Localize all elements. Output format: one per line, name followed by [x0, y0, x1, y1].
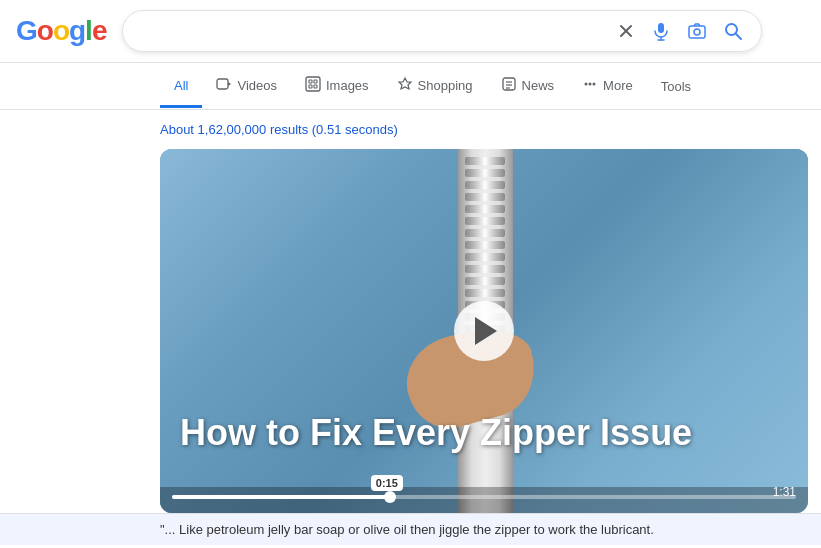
header: Google how to fix a zipper	[0, 0, 821, 63]
nav-label-news: News	[522, 78, 555, 93]
nav-item-more[interactable]: More	[568, 64, 647, 110]
results-suffix: results (0.51 seconds)	[266, 122, 398, 137]
results-number: 1,62,00,000	[198, 122, 267, 137]
search-icon	[723, 21, 743, 41]
nav-label-images: Images	[326, 78, 369, 93]
svg-rect-9	[217, 79, 228, 89]
svg-rect-14	[309, 85, 312, 88]
svg-marker-16	[399, 78, 411, 89]
mic-icon	[651, 21, 671, 41]
progress-dot	[384, 491, 396, 503]
svg-rect-5	[689, 26, 705, 38]
google-logo[interactable]: Google	[16, 15, 106, 47]
news-icon	[501, 76, 517, 95]
caption-text: "... Like petroleum jelly bar soap or ol…	[160, 522, 654, 537]
video-current-time: 0:15	[371, 475, 403, 491]
nav-label-more: More	[603, 78, 633, 93]
svg-rect-2	[658, 23, 664, 33]
close-icon	[617, 22, 635, 40]
play-icon	[475, 317, 497, 345]
svg-point-22	[589, 83, 592, 86]
svg-marker-10	[228, 82, 231, 86]
video-container[interactable]: How to Fix Every Zipper Issue 0:15 1:31	[160, 149, 808, 513]
results-prefix: About	[160, 122, 198, 137]
nav-label-videos: Videos	[237, 78, 277, 93]
svg-rect-12	[309, 80, 312, 83]
svg-line-8	[736, 34, 741, 39]
search-button[interactable]	[721, 19, 745, 43]
svg-rect-11	[306, 77, 320, 91]
more-dots-icon	[582, 76, 598, 95]
nav-item-news[interactable]: News	[487, 64, 569, 110]
nav-item-videos[interactable]: Videos	[202, 64, 291, 110]
image-search-button[interactable]	[685, 19, 709, 43]
svg-point-21	[585, 83, 588, 86]
progress-bar[interactable]	[172, 495, 796, 499]
search-bar: how to fix a zipper	[122, 10, 762, 52]
video-icon	[216, 76, 232, 95]
nav-label-shopping: Shopping	[418, 78, 473, 93]
svg-point-23	[593, 83, 596, 86]
nav-label-all: All	[174, 78, 188, 93]
svg-rect-15	[314, 85, 317, 88]
video-controls: 1:31	[160, 487, 808, 513]
play-button[interactable]	[454, 301, 514, 361]
video-total-time: 1:31	[773, 485, 796, 499]
clear-button[interactable]	[615, 20, 637, 42]
svg-rect-13	[314, 80, 317, 83]
caption-bar: "... Like petroleum jelly bar soap or ol…	[0, 513, 821, 545]
voice-search-button[interactable]	[649, 19, 673, 43]
images-icon	[305, 76, 321, 95]
nav-item-shopping[interactable]: Shopping	[383, 64, 487, 110]
nav-item-images[interactable]: Images	[291, 64, 383, 110]
video-title-overlay: How to Fix Every Zipper Issue	[180, 412, 788, 453]
tools-button[interactable]: Tools	[647, 67, 705, 106]
nav-bar: All Videos Images Shopping News More Too…	[0, 63, 821, 110]
svg-point-6	[694, 29, 700, 35]
results-count: About 1,62,00,000 results (0.51 seconds)	[0, 110, 821, 145]
search-icons	[615, 19, 745, 43]
progress-fill	[172, 495, 390, 499]
nav-item-all[interactable]: All	[160, 66, 202, 108]
search-input[interactable]: how to fix a zipper	[139, 22, 605, 40]
shopping-icon	[397, 76, 413, 95]
camera-icon	[687, 21, 707, 41]
